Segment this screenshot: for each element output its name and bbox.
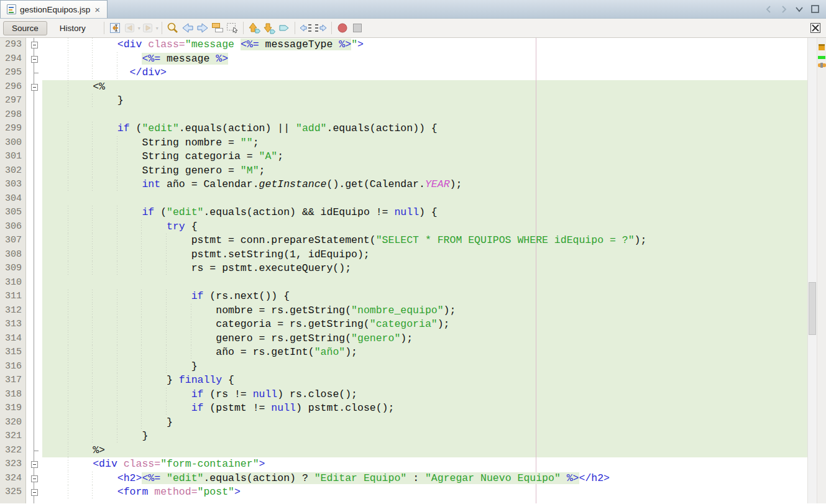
line-number[interactable]: 312 [0,304,26,318]
fold-toggle-icon[interactable] [31,84,38,91]
code-line-text[interactable]: if ("edit".equals(action) || "add".equal… [42,122,807,136]
code-line-text[interactable]: if ("edit".equals(action) && idEquipo !=… [42,206,807,220]
line-number[interactable]: 305 [0,206,26,220]
shift-line-left-icon[interactable] [298,21,313,35]
code-line[interactable]: 322%> [0,444,807,458]
line-number[interactable]: 313 [0,318,26,332]
line-number[interactable]: 297 [0,94,26,108]
line-number[interactable]: 303 [0,178,26,192]
code-line[interactable]: 295</div> [0,66,807,80]
stop-macro-recording-icon[interactable] [350,21,365,35]
code-line-text[interactable]: if (rs.next()) { [42,290,807,304]
code-line-text[interactable]: <%= message %> [42,52,807,66]
code-line[interactable]: 300String nombre = ""; [0,136,807,150]
line-number[interactable]: 300 [0,136,26,150]
occurrence-mark[interactable] [818,56,825,59]
line-number[interactable]: 314 [0,332,26,346]
code-line-text[interactable]: int año = Calendar.getInstance().get(Cal… [42,178,807,192]
code-line[interactable]: 317} finally { [0,373,807,388]
navigate-back-button[interactable]: ▾ [122,21,140,35]
line-number[interactable]: 315 [0,346,26,360]
line-number[interactable]: 302 [0,164,26,178]
find-selection-icon[interactable] [165,21,180,35]
code-line[interactable]: 296<% [0,80,807,94]
code-line-text[interactable]: <div class="form-container"> [42,457,807,472]
code-line[interactable]: 320} [0,416,807,430]
code-line[interactable]: 299if ("edit".equals(action) || "add".eq… [0,122,807,136]
next-bookmark-icon[interactable] [262,21,277,35]
previous-bookmark-icon[interactable] [247,21,262,35]
start-macro-recording-icon[interactable] [335,21,350,35]
line-number[interactable]: 309 [0,262,26,276]
code-line[interactable]: 323<div class="form-container"> [0,457,807,472]
code-line[interactable]: 310 [0,276,807,290]
code-line-text[interactable]: %> [42,444,807,458]
toggle-rectangular-selection-icon[interactable] [225,21,240,35]
line-number[interactable]: 293 [0,38,26,52]
code-line-text[interactable]: </div> [42,66,807,80]
code-line[interactable]: 297} [0,94,807,108]
code-line[interactable]: 324<h2><%= "edit".equals(action) ? "Edit… [0,472,807,486]
fold-toggle-icon[interactable] [31,489,38,496]
navigate-forward-button[interactable]: ▾ [140,21,158,35]
code-line[interactable]: 294<%= message %> [0,52,807,66]
line-number[interactable]: 320 [0,416,26,430]
code-line[interactable]: 318if (rs != null) rs.close(); [0,388,807,402]
code-line[interactable]: 319if (pstmt != null) pstmt.close(); [0,401,807,416]
code-line-text[interactable]: } [42,94,807,108]
line-number[interactable]: 311 [0,290,26,304]
code-line-text[interactable]: año = rs.getInt("año"); [42,346,807,360]
code-line-text[interactable]: <form method="post"> [42,485,807,500]
source-view-button[interactable]: Source [3,21,47,35]
code-line-text[interactable]: <h2><%= "edit".equals(action) ? "Editar … [42,472,807,486]
code-line-text[interactable]: } [42,416,807,430]
scroll-tabs-left-icon[interactable] [764,5,773,14]
line-number[interactable]: 322 [0,444,26,458]
line-number[interactable]: 318 [0,388,26,402]
split-document-icon[interactable] [808,21,823,35]
code-line-text[interactable]: if (pstmt != null) pstmt.close(); [42,401,807,416]
line-number[interactable]: 324 [0,472,26,486]
scrollbar-thumb[interactable] [809,282,816,335]
shift-line-right-icon[interactable] [313,21,328,35]
code-line[interactable]: 306try { [0,220,807,234]
line-number[interactable]: 310 [0,276,26,290]
code-line[interactable]: 315año = rs.getInt("año"); [0,346,807,360]
code-line-text[interactable]: rs = pstmt.executeQuery(); [42,262,807,276]
line-number[interactable]: 294 [0,52,26,66]
line-number[interactable]: 319 [0,401,26,416]
code-line[interactable]: 321} [0,429,807,444]
code-line[interactable]: 307pstmt = conn.prepareStatement("SELECT… [0,234,807,248]
fold-toggle-icon[interactable] [31,475,38,482]
code-line[interactable]: 293<div class="message <%= messageType %… [0,38,807,52]
code-line[interactable]: 312nombre = rs.getString("nombre_equipo"… [0,304,807,318]
code-line-text[interactable]: } [42,360,807,374]
navigate-forward-dropdown-icon[interactable]: ▾ [156,25,158,31]
toggle-bookmark-icon[interactable] [277,21,291,35]
code-line[interactable]: 303int año = Calendar.getInstance().get(… [0,178,807,192]
code-line[interactable]: 309rs = pstmt.executeQuery(); [0,262,807,276]
line-number[interactable]: 295 [0,66,26,80]
code-editor[interactable]: 293<div class="message <%= messageType %… [0,38,807,503]
tab-list-dropdown-icon[interactable] [794,5,804,14]
fold-toggle-icon[interactable] [31,56,38,63]
code-line-text[interactable] [42,276,807,290]
caret-position-mark[interactable] [818,63,826,67]
line-number[interactable]: 298 [0,108,26,122]
code-line-text[interactable]: <div class="message <%= messageType %>"> [42,38,807,52]
code-line[interactable]: 298 [0,108,807,122]
code-line-text[interactable]: pstmt.setString(1, idEquipo); [42,248,807,262]
code-line-text[interactable]: } finally { [42,373,807,388]
code-line-text[interactable]: pstmt = conn.prepareStatement("SELECT * … [42,234,807,248]
code-line-text[interactable]: if (rs != null) rs.close(); [42,388,807,402]
code-line-text[interactable]: String categoria = "A"; [42,150,807,164]
jump-last-edit-icon[interactable] [108,21,122,35]
code-line-text[interactable]: String nombre = ""; [42,136,807,150]
line-number[interactable]: 296 [0,80,26,94]
code-line[interactable]: 305if ("edit".equals(action) && idEquipo… [0,206,807,220]
fold-toggle-icon[interactable] [31,461,38,468]
code-line-text[interactable]: <% [42,80,807,94]
code-line-text[interactable] [42,108,807,122]
line-number[interactable]: 304 [0,192,26,206]
warning-status-mark[interactable] [819,44,825,50]
